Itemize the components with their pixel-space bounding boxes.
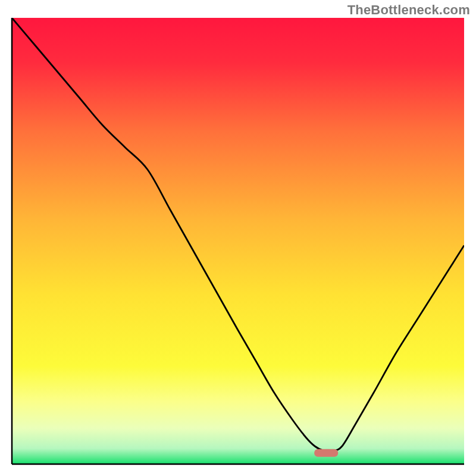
optimum-marker xyxy=(314,449,338,457)
chart-stage: TheBottleneck.com xyxy=(0,0,476,476)
bottleneck-chart xyxy=(0,0,476,476)
gradient-background xyxy=(12,18,464,464)
